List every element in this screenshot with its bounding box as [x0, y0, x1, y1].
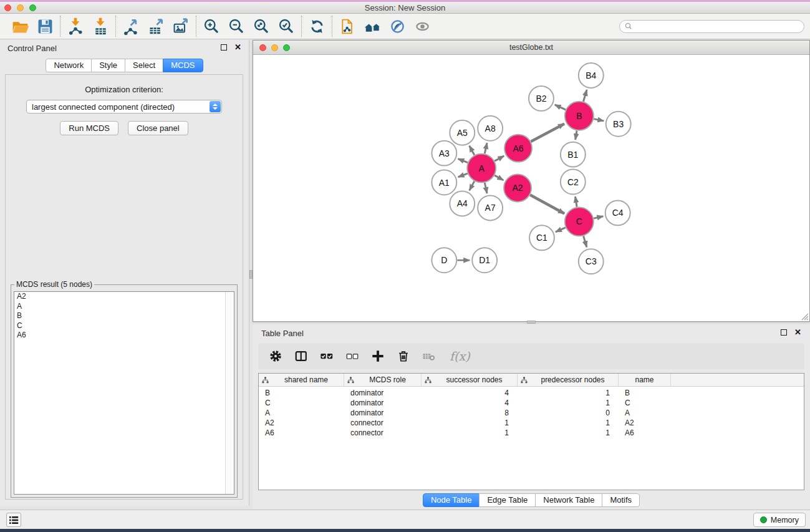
select-all-button[interactable] — [319, 349, 334, 364]
result-scrollbar[interactable] — [225, 292, 234, 494]
float-panel-icon[interactable] — [221, 44, 227, 51]
horizontal-splitter-grip[interactable] — [527, 321, 536, 324]
node-A7[interactable]: A7 — [478, 195, 503, 220]
cell-successor_nodes[interactable]: 4 — [422, 389, 518, 397]
edge-A-A7[interactable] — [485, 183, 487, 193]
node-C3[interactable]: C3 — [579, 249, 604, 274]
column-header-predecessor_nodes[interactable]: predecessor nodes — [518, 374, 619, 386]
edge-C-C2[interactable] — [576, 196, 577, 207]
task-history-button[interactable] — [6, 513, 21, 527]
node-B4[interactable]: B4 — [579, 63, 604, 88]
node-C1[interactable]: C1 — [529, 225, 554, 250]
edge-A-A5[interactable] — [470, 146, 475, 155]
export-table-button[interactable] — [143, 15, 168, 37]
edge-C-C1[interactable] — [556, 228, 566, 232]
mcds-result-item[interactable]: A — [14, 302, 234, 312]
network-canvas[interactable]: AA1A2A3A4A5A6A7A8BB1B2B3B4CC1C2C3C4DD1 — [253, 56, 809, 321]
node-A5[interactable]: A5 — [450, 120, 475, 145]
search-input[interactable] — [633, 22, 804, 31]
cell-successor_nodes[interactable]: 1 — [422, 428, 518, 437]
tab-style[interactable]: Style — [91, 59, 125, 72]
table-row[interactable]: Adominator80A — [259, 408, 804, 418]
cell-shared_name[interactable]: A2 — [259, 418, 344, 427]
close-panel-button[interactable]: Close panel — [128, 121, 188, 135]
tab-motifs[interactable]: Motifs — [602, 493, 640, 507]
open-session-button[interactable] — [7, 15, 32, 37]
cell-mcds_role[interactable]: connector — [344, 418, 422, 427]
edge-B-B4[interactable] — [584, 90, 587, 102]
table-row[interactable]: Bdominator41B — [259, 388, 804, 398]
delete-table-button[interactable] — [422, 349, 436, 364]
new-network-from-selection-button[interactable] — [335, 15, 360, 37]
criterion-dropdown[interactable]: largest connected component (directed) — [26, 100, 222, 114]
network-graph[interactable]: AA1A2A3A4A5A6A7A8BB1B2B3B4CC1C2C3C4DD1 — [253, 56, 809, 321]
edge-A-A3[interactable] — [458, 159, 468, 163]
node-B2[interactable]: B2 — [529, 86, 554, 111]
import-network-button[interactable] — [63, 15, 88, 37]
node-A[interactable]: A — [467, 154, 496, 183]
cell-successor_nodes[interactable]: 8 — [422, 409, 518, 417]
zoom-network-window-button[interactable] — [283, 44, 290, 51]
tab-node-table[interactable]: Node Table — [423, 493, 480, 507]
cell-mcds_role[interactable]: dominator — [344, 399, 422, 407]
window-resize-grip[interactable] — [800, 312, 809, 321]
mcds-result-item[interactable]: A2 — [14, 292, 234, 302]
minimize-network-window-button[interactable] — [271, 44, 278, 51]
cell-successor_nodes[interactable]: 4 — [422, 399, 518, 407]
cell-predecessor_nodes[interactable]: 1 — [518, 418, 619, 427]
cell-name[interactable]: A — [619, 409, 671, 417]
node-B3[interactable]: B3 — [606, 112, 631, 137]
close-window-button[interactable] — [4, 4, 11, 11]
node-A3[interactable]: A3 — [432, 141, 456, 166]
network-window-titlebar[interactable]: testGlobe.txt — [253, 41, 809, 55]
tab-edge-table[interactable]: Edge Table — [479, 493, 536, 507]
node-A8[interactable]: A8 — [478, 116, 503, 141]
tab-network-table[interactable]: Network Table — [535, 493, 602, 507]
minimize-window-button[interactable] — [17, 4, 24, 11]
edge-A-A4[interactable] — [470, 181, 475, 191]
node-C[interactable]: C — [565, 207, 594, 236]
edge-C-C3[interactable] — [584, 236, 587, 247]
cell-mcds_role[interactable]: dominator — [344, 389, 422, 397]
node-C4[interactable]: C4 — [605, 200, 630, 225]
function-builder-button[interactable]: f(x) — [450, 349, 470, 363]
mcds-result-item[interactable]: A6 — [14, 331, 234, 341]
cell-mcds_role[interactable]: connector — [344, 428, 422, 437]
float-table-panel-icon[interactable] — [781, 329, 787, 336]
show-hide-button[interactable] — [410, 15, 435, 37]
cell-shared_name[interactable]: B — [259, 389, 344, 397]
column-header-name[interactable]: name — [619, 374, 671, 386]
edge-A2-C[interactable] — [530, 195, 564, 213]
add-column-button[interactable] — [370, 349, 385, 364]
show-column-button[interactable] — [294, 349, 309, 364]
tab-mcds[interactable]: MCDS — [163, 59, 203, 72]
zoom-fit-button[interactable] — [249, 15, 274, 37]
run-mcds-button[interactable]: Run MCDS — [60, 121, 118, 135]
cell-mcds_role[interactable]: dominator — [344, 409, 422, 417]
vertical-splitter-grip[interactable] — [249, 270, 253, 279]
column-header-mcds_role[interactable]: MCDS role — [344, 374, 422, 386]
node-B1[interactable]: B1 — [561, 142, 586, 167]
cell-shared_name[interactable]: C — [259, 399, 344, 407]
memory-button[interactable]: Memory — [753, 513, 806, 527]
toggle-graphics-details-button[interactable] — [385, 15, 410, 37]
column-header-shared_name[interactable]: shared name — [259, 374, 344, 386]
zoom-window-button[interactable] — [29, 4, 36, 11]
zoom-selected-button[interactable] — [274, 15, 299, 37]
node-A4[interactable]: A4 — [450, 191, 475, 216]
close-network-window-button[interactable] — [259, 44, 266, 51]
node-A6[interactable]: A6 — [504, 135, 532, 162]
cell-predecessor_nodes[interactable]: 1 — [518, 428, 619, 437]
refresh-view-button[interactable] — [304, 15, 329, 37]
export-image-button[interactable] — [168, 15, 193, 37]
edge-C-C4[interactable] — [594, 216, 603, 218]
cell-predecessor_nodes[interactable]: 0 — [518, 409, 619, 417]
cell-name[interactable]: A6 — [619, 428, 671, 437]
cell-name[interactable]: B — [619, 389, 671, 397]
save-session-button[interactable] — [32, 15, 57, 37]
tab-select[interactable]: Select — [125, 59, 163, 72]
node-C2[interactable]: C2 — [561, 170, 586, 195]
edge-A-A2[interactable] — [494, 175, 503, 180]
close-table-panel-icon[interactable]: ✕ — [794, 329, 801, 336]
cell-shared_name[interactable]: A — [259, 409, 344, 417]
